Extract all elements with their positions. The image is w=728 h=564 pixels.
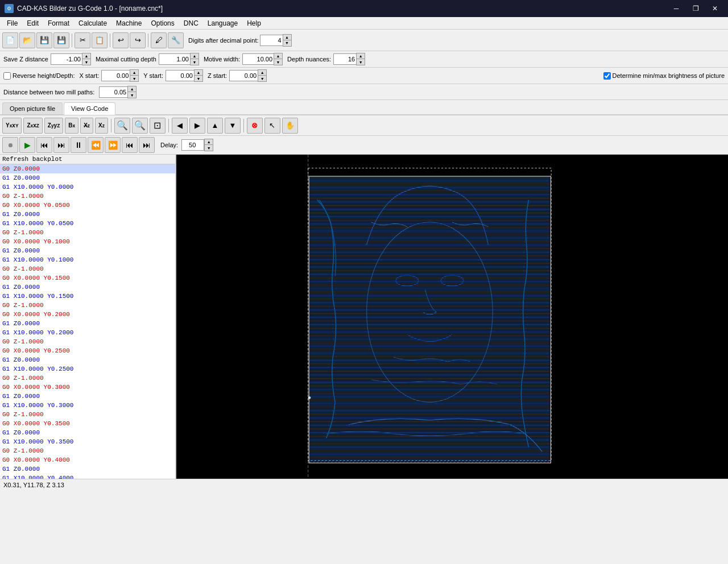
depth-nuances-up[interactable]: ▲ [357,53,365,59]
menu-help[interactable]: Help [242,17,266,30]
gcode-line[interactable]: G0 Z-1.0000 [0,192,175,201]
tool-btn-2[interactable]: 🔧 [168,32,184,48]
menu-file[interactable]: File [2,17,22,30]
gcode-line[interactable]: G0 X0.0000 Y0.2500 [0,346,175,355]
gcode-line[interactable]: G1 X10.0000 Y0.0500 [0,219,175,228]
gcode-line[interactable]: G1 X10.0000 Y0.0000 [0,183,175,192]
cut-button[interactable]: ✂ [75,32,90,48]
open-button[interactable]: 📂 [19,32,35,48]
menu-dnc[interactable]: DNC [179,17,203,30]
step-forward-button[interactable]: ⏩ [105,137,121,153]
gcode-list[interactable]: G0 Z0.0000G1 Z0.0000G1 X10.0000 Y0.0000G… [0,164,175,479]
gcode-line[interactable]: G1 Z0.0000 [0,355,175,364]
transform-zy-yz[interactable]: Zy yZ [44,118,63,134]
digits-spin[interactable]: ▲ ▼ [283,34,292,47]
gcode-line[interactable]: G0 Z-1.0000 [0,374,175,383]
menu-options[interactable]: Options [146,17,179,30]
gcode-line[interactable]: G0 X0.0000 Y0.1000 [0,237,175,246]
tab-open-picture[interactable]: Open picture file [2,102,63,114]
transform-xz2[interactable]: Xz [95,118,108,134]
delay-up[interactable]: ▲ [205,139,213,145]
x-start-up[interactable]: ▲ [130,70,138,76]
depth-nuances-input[interactable] [333,53,356,65]
motive-width-spin[interactable]: ▲ ▼ [274,53,283,65]
dist-up[interactable]: ▲ [128,86,136,92]
gcode-line[interactable]: G1 X10.0000 Y0.3000 [0,401,175,410]
z-start-input[interactable] [229,70,258,81]
gcode-line[interactable]: G0 Z-1.0000 [0,410,175,419]
zoom-out-button[interactable]: 🔍 [132,118,148,134]
menu-calculate[interactable]: Calculate [74,17,111,30]
menu-language[interactable]: Language [203,17,242,30]
dist-input[interactable] [99,86,127,98]
gcode-line[interactable]: G0 X0.0000 Y0.3000 [0,383,175,392]
close-button[interactable]: ✕ [706,0,723,17]
gcode-line[interactable]: G1 Z0.0000 [0,428,175,437]
gcode-line[interactable]: G1 Z0.0000 [0,319,175,328]
forward-button[interactable]: ⏭ [53,137,69,153]
pan-down-button[interactable]: ▼ [225,118,241,134]
save-button[interactable]: 💾 [36,32,52,48]
gcode-line[interactable]: G0 X0.0000 Y0.3500 [0,419,175,428]
gcode-line[interactable]: G1 X10.0000 Y0.1000 [0,255,175,264]
pan-up-button[interactable]: ▲ [207,118,223,134]
digits-up[interactable]: ▲ [283,35,291,40]
gcode-line[interactable]: G0 Z-1.0000 [0,264,175,273]
depth-nuances-down[interactable]: ▼ [357,59,365,65]
gcode-line[interactable]: G0 X0.0000 Y0.2000 [0,310,175,319]
tab-view-gcode[interactable]: View G-Code [64,102,115,115]
step-back-button[interactable]: ⏪ [88,137,104,153]
motive-width-input[interactable] [242,53,274,65]
hand-button[interactable]: ✋ [282,118,298,134]
dist-down[interactable]: ▼ [128,92,136,98]
reverse-checkbox[interactable] [3,72,11,80]
stop-button[interactable]: ⊗ [247,118,263,134]
transform-bx[interactable]: Bx [65,118,78,134]
cursor-button[interactable]: ↖ [264,118,280,134]
y-start-input[interactable] [166,70,194,81]
motive-width-up[interactable]: ▲ [274,53,282,59]
new-button[interactable]: 📄 [2,32,18,48]
save-z-up[interactable]: ▲ [82,53,90,59]
x-start-down[interactable]: ▼ [130,76,138,81]
zoom-in-button[interactable]: 🔍 [114,118,130,134]
to-end-button[interactable]: ⏭ [139,137,155,153]
record-button[interactable]: ⏺ [2,137,18,153]
gcode-line[interactable]: G0 X0.0000 Y0.1500 [0,273,175,283]
y-start-up[interactable]: ▲ [195,70,202,76]
redo-button[interactable]: ↪ [130,32,146,48]
minimize-button[interactable]: ─ [668,0,685,17]
save-as-button[interactable]: 💾 [53,32,69,48]
play-button[interactable]: ▶ [19,137,35,153]
pan-right-button[interactable]: ▶ [189,118,205,134]
gcode-line[interactable]: G0 Z0.0000 [0,164,175,173]
pan-left-button[interactable]: ◀ [172,118,188,134]
preview-panel[interactable] [176,155,728,479]
tool-btn-1[interactable]: 🖊 [151,32,167,48]
delay-input[interactable] [181,139,204,151]
restore-button[interactable]: ❐ [687,0,704,17]
gcode-line[interactable]: G1 Z0.0000 [0,283,175,292]
menu-format[interactable]: Format [43,17,74,30]
gcode-line[interactable]: G1 Z0.0000 [0,392,175,401]
undo-button[interactable]: ↩ [113,32,129,48]
refresh-button[interactable]: Refresh backplot [0,155,175,164]
gcode-line[interactable]: G1 X10.0000 Y0.4000 [0,474,175,479]
transform-zx-xz[interactable]: Zx xZ [23,118,42,134]
digits-down[interactable]: ▼ [283,40,291,46]
max-cut-down[interactable]: ▼ [191,59,198,65]
max-cut-input[interactable] [159,53,190,65]
gcode-line[interactable]: G0 Z-1.0000 [0,337,175,346]
delay-spin[interactable]: ▲ ▼ [204,139,213,151]
gcode-line[interactable]: G0 X0.0000 Y0.0500 [0,201,175,210]
save-z-input[interactable] [51,53,82,65]
gcode-line[interactable]: G1 Z0.0000 [0,465,175,474]
save-z-spin[interactable]: ▲ ▼ [82,53,91,65]
max-cut-spin[interactable]: ▲ ▼ [190,53,199,65]
x-start-spin[interactable]: ▲ ▼ [130,69,139,82]
gcode-line[interactable]: G1 X10.0000 Y0.2000 [0,328,175,337]
transform-xz1[interactable]: Xz [80,118,93,134]
delay-down[interactable]: ▼ [205,145,213,151]
max-cut-up[interactable]: ▲ [191,53,198,59]
z-start-spin[interactable]: ▲ ▼ [258,69,267,82]
